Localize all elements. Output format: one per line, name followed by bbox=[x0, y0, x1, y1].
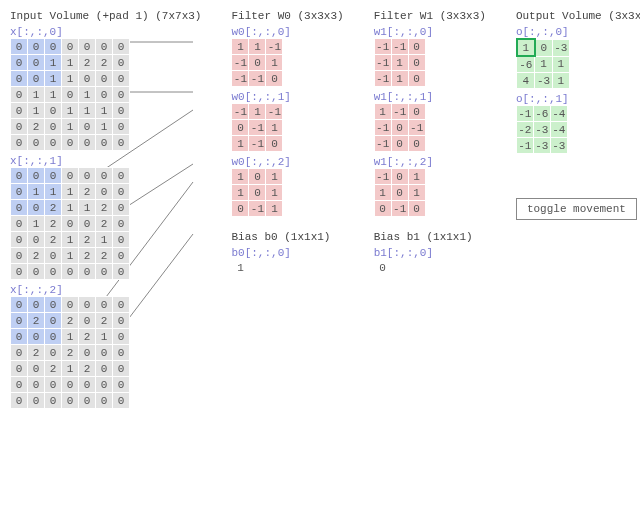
grid-cell: 0 bbox=[45, 329, 62, 345]
grid-cell: 0 bbox=[391, 120, 408, 136]
grid-cell: 0 bbox=[11, 377, 28, 393]
grid-cell: 1 bbox=[552, 56, 569, 73]
grid-cell: 1 bbox=[232, 169, 249, 185]
data-grid: -11-10-111-10 bbox=[231, 103, 283, 152]
grid-cell: -1 bbox=[249, 71, 266, 87]
grid-cell: 2 bbox=[79, 55, 96, 71]
grid-cell: 0 bbox=[11, 39, 28, 55]
grid-cell: 0 bbox=[11, 329, 28, 345]
grid-cell: 1 bbox=[408, 169, 425, 185]
grid-cell: 2 bbox=[96, 216, 113, 232]
data-grid: 1 bbox=[231, 259, 249, 276]
grid-cell: 0 bbox=[96, 297, 113, 313]
grid-cell: -3 bbox=[535, 73, 553, 89]
grid-cell: -1 bbox=[249, 201, 266, 217]
grid-cell: 1 bbox=[517, 39, 535, 56]
grid-cell: 0 bbox=[79, 71, 96, 87]
bias1-title: Bias b1 (1x1x1) bbox=[374, 231, 486, 243]
grid-cell: 1 bbox=[62, 232, 79, 248]
grid-cell: 0 bbox=[113, 103, 130, 119]
grid-cell: 0 bbox=[113, 393, 130, 409]
grid-cell: 2 bbox=[45, 200, 62, 216]
grid-cell: 0 bbox=[11, 264, 28, 280]
grid-cell: -1 bbox=[391, 201, 408, 217]
grid-cell: -3 bbox=[533, 138, 550, 154]
grid-cell: -6 bbox=[533, 106, 550, 122]
grid-cell: 0 bbox=[11, 216, 28, 232]
grid-cell: 0 bbox=[11, 119, 28, 135]
grid-cell: 0 bbox=[113, 200, 130, 216]
grid-cell: 0 bbox=[113, 71, 130, 87]
grid-cell: 1 bbox=[249, 104, 266, 120]
grid-cell: 1 bbox=[552, 73, 569, 89]
grid-cell: -1 bbox=[516, 138, 533, 154]
grid-cell: 0 bbox=[11, 168, 28, 184]
slice-label: x[:,:,2] bbox=[10, 284, 201, 296]
grid-cell: 0 bbox=[249, 185, 266, 201]
grid-cell: -1 bbox=[391, 104, 408, 120]
grid-cell: 1 bbox=[62, 361, 79, 377]
grid-cell: 0 bbox=[113, 232, 130, 248]
data-grid: 0000000011120000211200120020002121002012… bbox=[10, 167, 130, 280]
grid-cell: 0 bbox=[11, 393, 28, 409]
grid-cell: 0 bbox=[113, 135, 130, 151]
grid-cell: 0 bbox=[79, 393, 96, 409]
grid-cell: -1 bbox=[249, 120, 266, 136]
grid-cell: 0 bbox=[374, 260, 391, 276]
grid-cell: 2 bbox=[62, 313, 79, 329]
grid-cell: 0 bbox=[45, 345, 62, 361]
grid-cell: -1 bbox=[266, 104, 283, 120]
grid-cell: 0 bbox=[45, 264, 62, 280]
slice-label: x[:,:,1] bbox=[10, 155, 201, 167]
slice-label: w0[:,:,2] bbox=[231, 156, 343, 168]
grid-cell: -4 bbox=[550, 106, 567, 122]
grid-cell: 0 bbox=[266, 71, 283, 87]
grid-cell: 1 bbox=[79, 87, 96, 103]
grid-cell: -4 bbox=[550, 122, 567, 138]
grid-cell: 0 bbox=[28, 55, 45, 71]
grid-cell: -1 bbox=[249, 136, 266, 152]
grid-cell: 0 bbox=[113, 377, 130, 393]
grid-cell: 0 bbox=[96, 264, 113, 280]
grid-cell: 0 bbox=[113, 345, 130, 361]
grid-cell: 1 bbox=[374, 104, 391, 120]
grid-cell: 1 bbox=[79, 200, 96, 216]
slice-label: w1[:,:,2] bbox=[374, 156, 486, 168]
grid-cell: 0 bbox=[28, 168, 45, 184]
data-grid: 0000000001122000110000110100010111002010… bbox=[10, 38, 130, 151]
data-grid: 1011010-11 bbox=[231, 168, 283, 217]
slice-label: x[:,:,0] bbox=[10, 26, 201, 38]
grid-cell: 0 bbox=[79, 119, 96, 135]
grid-cell: 0 bbox=[96, 361, 113, 377]
grid-cell: 0 bbox=[96, 168, 113, 184]
grid-cell: 0 bbox=[408, 39, 425, 55]
grid-cell: 1 bbox=[45, 71, 62, 87]
w1-title: Filter W1 (3x3x3) bbox=[374, 10, 486, 22]
grid-cell: 1 bbox=[266, 185, 283, 201]
grid-cell: 0 bbox=[96, 71, 113, 87]
grid-cell: 0 bbox=[96, 377, 113, 393]
grid-cell: 1 bbox=[62, 200, 79, 216]
grid-cell: 0 bbox=[28, 377, 45, 393]
data-grid: -1-10-110-110 bbox=[374, 38, 426, 87]
grid-cell: 0 bbox=[79, 297, 96, 313]
grid-cell: 2 bbox=[96, 313, 113, 329]
input-title: Input Volume (+pad 1) (7x7x3) bbox=[10, 10, 201, 22]
data-grid: 0000000020202000012100202000002120000000… bbox=[10, 296, 130, 409]
grid-cell: -3 bbox=[552, 39, 569, 56]
grid-cell: 0 bbox=[11, 248, 28, 264]
grid-cell: 1 bbox=[96, 329, 113, 345]
slice-label: w0[:,:,1] bbox=[231, 91, 343, 103]
grid-cell: 0 bbox=[113, 216, 130, 232]
grid-cell: 0 bbox=[391, 136, 408, 152]
grid-cell: 1 bbox=[62, 55, 79, 71]
grid-cell: 0 bbox=[28, 39, 45, 55]
grid-cell: 1 bbox=[62, 119, 79, 135]
toggle-movement-button[interactable]: toggle movement bbox=[516, 198, 637, 220]
grid-cell: 0 bbox=[11, 297, 28, 313]
grid-cell: 1 bbox=[232, 136, 249, 152]
grid-cell: -1 bbox=[374, 55, 391, 71]
grid-cell: 0 bbox=[96, 393, 113, 409]
grid-cell: 0 bbox=[62, 87, 79, 103]
grid-cell: 0 bbox=[11, 361, 28, 377]
